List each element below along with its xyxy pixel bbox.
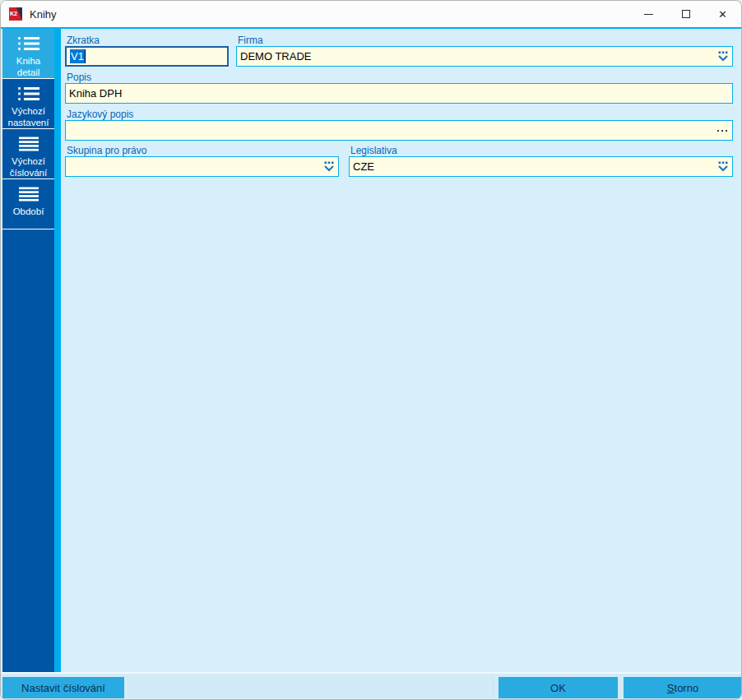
- zkratka-selected-text: V1: [70, 49, 85, 63]
- maximize-button[interactable]: [667, 1, 704, 27]
- sidebar-accent-strip: [54, 29, 61, 672]
- jazykovy-popis-ellipsis-button[interactable]: [717, 130, 729, 132]
- storno-button[interactable]: Storno: [624, 677, 742, 698]
- sidebar-item-vychozi-cislovani[interactable]: Výchozí číslování: [2, 129, 54, 179]
- sidebar-item-kniha-detail[interactable]: Kniha detail: [2, 29, 54, 79]
- legislativa-input[interactable]: CZE: [349, 156, 733, 177]
- sidebar-item-label: Kniha detail: [4, 55, 53, 78]
- lookup-dropdown-icon: [323, 161, 335, 172]
- lookup-dropdown-icon: [717, 51, 729, 62]
- sidebar-item-vychozi-nastaveni[interactable]: Výchozí nastavení: [2, 79, 54, 129]
- sidebar-item-label: Období: [4, 206, 53, 217]
- window-controls: ✕: [630, 1, 741, 27]
- maximize-icon: [682, 10, 690, 18]
- sidebar-filler: [2, 229, 54, 672]
- sidebar-item-label: Výchozí nastavení: [4, 105, 53, 128]
- legislativa-label: Legislativa: [350, 145, 397, 156]
- sidebar-item-obdobi[interactable]: Období: [2, 179, 54, 229]
- jazykovy-popis-label: Jazykový popis: [67, 109, 133, 120]
- footer-bar: Nastavit číslování OK Storno: [1, 672, 741, 699]
- zkratka-label: Zkratka: [67, 35, 100, 46]
- close-button[interactable]: ✕: [704, 1, 741, 27]
- hamburger-icon: [19, 137, 39, 151]
- lookup-dropdown-icon: [717, 161, 729, 172]
- knihy-dialog: K2 Knihy ✕ Kniha detail Výchozí nastaven…: [0, 0, 742, 700]
- firma-input[interactable]: DEMO TRADE: [236, 46, 733, 67]
- sidebar-item-label: Výchozí číslování: [4, 155, 53, 178]
- skupina-pro-pravo-label: Skupina pro právo: [67, 145, 146, 156]
- firma-lookup-button[interactable]: [717, 51, 729, 62]
- footer-divider: [493, 676, 494, 697]
- skupina-pro-pravo-input[interactable]: [65, 156, 339, 177]
- skupina-pro-pravo-lookup-button[interactable]: [323, 161, 335, 172]
- titlebar[interactable]: K2 Knihy ✕: [1, 1, 741, 27]
- firma-value: DEMO TRADE: [240, 50, 311, 63]
- close-icon: ✕: [718, 9, 727, 20]
- hamburger-icon: [19, 187, 39, 202]
- popis-value: Kniha DPH: [69, 87, 122, 100]
- window-title: Knihy: [30, 8, 57, 21]
- legislativa-value: CZE: [353, 160, 374, 173]
- nastavit-cislovani-button[interactable]: Nastavit číslování: [2, 677, 124, 698]
- form-area: Zkratka V1 Firma DEMO TRADE Popis Kniha …: [61, 29, 741, 672]
- legislativa-lookup-button[interactable]: [717, 161, 729, 172]
- text-caret: [85, 49, 86, 63]
- minimize-icon: [644, 14, 653, 15]
- ok-button[interactable]: OK: [499, 677, 618, 698]
- sidebar: Kniha detail Výchozí nastavení Výchozí č…: [2, 29, 54, 672]
- popis-label: Popis: [67, 72, 91, 83]
- bulleted-list-icon: [18, 86, 39, 101]
- firma-label: Firma: [238, 35, 263, 46]
- jazykovy-popis-input[interactable]: [65, 120, 733, 141]
- k2-app-icon: K2: [9, 7, 22, 21]
- bulleted-list-icon: [18, 36, 39, 51]
- zkratka-input[interactable]: V1: [65, 46, 229, 67]
- minimize-button[interactable]: [630, 1, 667, 27]
- ellipsis-icon: [717, 130, 729, 132]
- popis-input[interactable]: Kniha DPH: [65, 83, 733, 104]
